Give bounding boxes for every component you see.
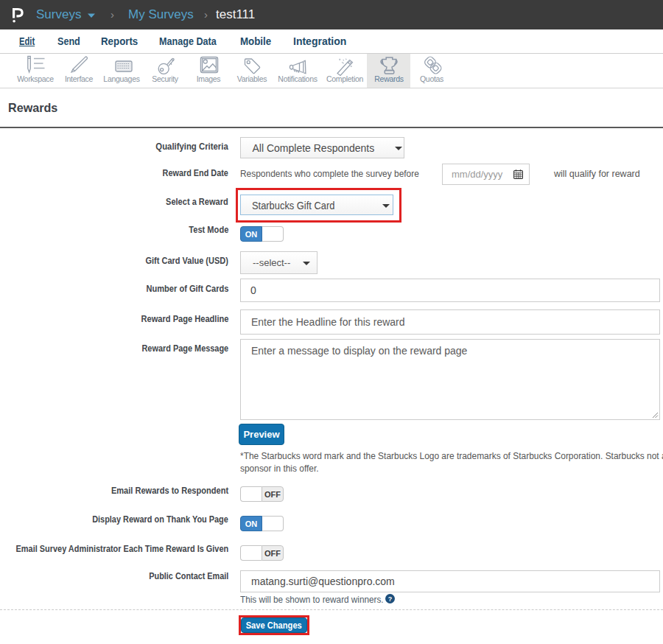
svg-text:?: ? (387, 595, 392, 603)
